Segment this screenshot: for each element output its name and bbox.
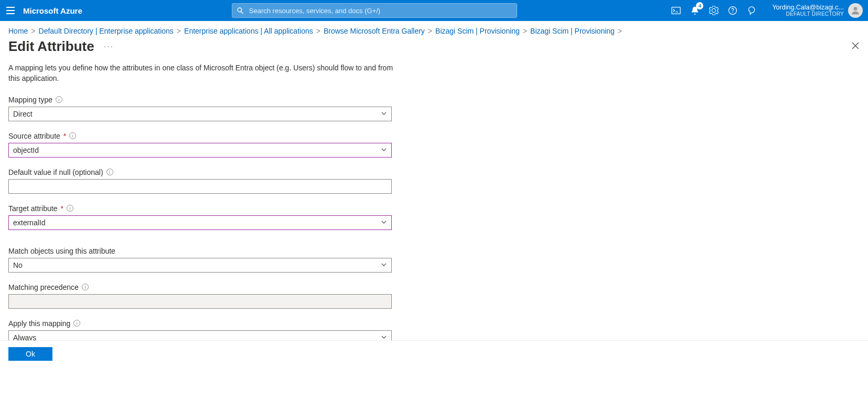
content-scroll[interactable]: A mapping lets you define how the attrib… [0, 57, 868, 340]
chevron-right-icon: > [316, 27, 320, 35]
crumb-bizagi-2[interactable]: Bizagi Scim | Provisioning [530, 27, 615, 35]
search-input[interactable] [248, 6, 512, 15]
select-value: externalId [13, 218, 45, 227]
select-target-attribute[interactable]: externalId [8, 215, 392, 230]
crumb-gallery[interactable]: Browse Microsoft Entra Gallery [324, 27, 425, 35]
select-apply-mapping[interactable]: Always [8, 330, 392, 340]
svg-point-5 [733, 12, 734, 13]
select-source-attribute[interactable]: objectId [8, 143, 392, 158]
hamburger-menu[interactable] [0, 0, 21, 21]
chevron-down-icon [381, 146, 387, 154]
svg-rect-0 [6, 7, 15, 8]
label-apply-mapping: Apply this mapping [8, 319, 70, 328]
search-icon [237, 7, 244, 14]
field-default-value: Default value if null (optional) i [8, 168, 392, 194]
chevron-down-icon [381, 110, 387, 118]
svg-rect-3 [672, 7, 680, 14]
footer: Ok [0, 340, 868, 367]
avatar [848, 3, 863, 18]
user-directory: DEFAULT DIRECTORY [772, 11, 844, 17]
field-target-attribute: Target attribute * i externalId [8, 204, 392, 230]
crumb-default-directory[interactable]: Default Directory | Enterprise applicati… [39, 27, 174, 35]
label-target-attribute: Target attribute [8, 204, 57, 213]
close-button[interactable] [851, 41, 860, 51]
chevron-right-icon: > [618, 27, 622, 35]
svg-point-6 [854, 7, 858, 11]
field-source-attribute: Source attribute * i objectId [8, 132, 392, 158]
cloud-shell-icon[interactable] [671, 6, 681, 15]
notifications-icon[interactable]: 4 [690, 6, 700, 15]
chevron-right-icon: > [31, 27, 35, 35]
info-icon[interactable]: i [73, 320, 80, 327]
ok-button[interactable]: Ok [8, 347, 52, 361]
chevron-right-icon: > [177, 27, 181, 35]
label-default-value: Default value if null (optional) [8, 168, 103, 176]
select-mapping-type[interactable]: Direct [8, 107, 392, 121]
required-mark: * [63, 132, 66, 140]
chevron-down-icon [381, 333, 387, 340]
input-matching-precedence [8, 294, 392, 309]
select-value: No [13, 261, 23, 269]
select-match-objects[interactable]: No [8, 258, 392, 273]
chevron-right-icon: > [523, 27, 527, 35]
matching-precedence-input [13, 295, 387, 308]
description-text: A mapping lets you define how the attrib… [8, 62, 394, 84]
info-icon[interactable]: i [69, 132, 76, 139]
chevron-right-icon: > [428, 27, 432, 35]
chevron-down-icon [381, 218, 387, 227]
title-row: Edit Attribute ··· [0, 38, 868, 57]
info-icon[interactable]: i [106, 169, 113, 175]
breadcrumb: Home > Default Directory | Enterprise ap… [0, 21, 868, 38]
settings-icon[interactable] [709, 6, 719, 15]
notif-badge: 4 [696, 2, 703, 9]
select-value: Always [13, 333, 36, 340]
label-source-attribute: Source attribute [8, 132, 60, 140]
field-mapping-type: Mapping type i Direct [8, 96, 392, 121]
svg-rect-1 [6, 10, 15, 11]
info-icon[interactable]: i [67, 205, 73, 212]
label-matching-precedence: Matching precedence [8, 283, 79, 291]
header-tools: 4 [661, 6, 764, 15]
label-mapping-type: Mapping type [8, 96, 52, 104]
page-title: Edit Attribute [8, 38, 94, 55]
default-value-input[interactable] [13, 180, 387, 193]
required-mark: * [60, 204, 63, 213]
field-match-objects: Match objects using this attribute No [8, 247, 392, 273]
more-actions-button[interactable]: ··· [104, 42, 114, 51]
brand-label: Microsoft Azure [21, 6, 93, 15]
select-value: objectId [13, 146, 39, 154]
select-value: Direct [13, 110, 33, 118]
global-search[interactable] [232, 3, 517, 18]
input-default-value[interactable] [8, 179, 392, 194]
info-icon[interactable]: i [82, 284, 89, 290]
chevron-down-icon [381, 261, 387, 269]
label-match-objects: Match objects using this attribute [8, 247, 115, 255]
crumb-enterprise-apps[interactable]: Enterprise applications | All applicatio… [184, 27, 313, 35]
global-header: Microsoft Azure 4 Yording.Cala@bizagi.c.… [0, 0, 868, 21]
field-apply-mapping: Apply this mapping i Always [8, 319, 392, 340]
crumb-home[interactable]: Home [8, 27, 28, 35]
account-control[interactable]: Yording.Cala@bizagi.c... DEFAULT DIRECTO… [764, 3, 868, 18]
crumb-bizagi-1[interactable]: Bizagi Scim | Provisioning [435, 27, 520, 35]
svg-rect-2 [6, 13, 15, 14]
user-email: Yording.Cala@bizagi.c... [772, 4, 844, 11]
help-icon[interactable] [728, 6, 737, 15]
info-icon[interactable]: i [56, 96, 62, 103]
feedback-icon[interactable] [747, 6, 756, 15]
field-matching-precedence: Matching precedence i [8, 283, 392, 309]
